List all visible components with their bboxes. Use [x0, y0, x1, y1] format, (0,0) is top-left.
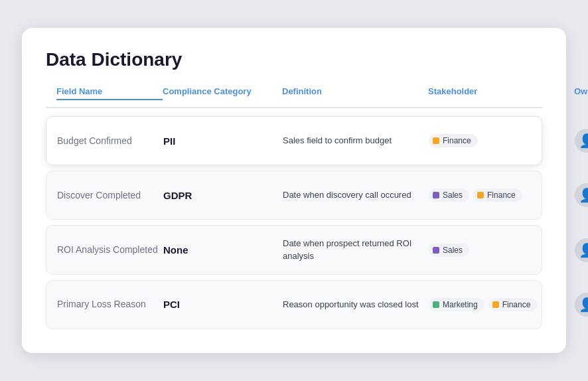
compliance-cell: None	[163, 244, 283, 256]
table-row[interactable]: ROI Analysis CompletedNoneDate when pros…	[46, 225, 542, 274]
col-header-owner[interactable]: Owner	[574, 86, 588, 100]
definition-cell: Reason opportunity was closed lost	[283, 299, 429, 311]
avatar: 👤	[575, 129, 588, 153]
stakeholder-label: Finance	[443, 136, 471, 145]
avatar: 👤	[575, 293, 588, 317]
stakeholder-tag: Finance	[488, 298, 538, 311]
stakeholder-label: Sales	[443, 246, 463, 255]
page-title: Data Dictionary	[46, 49, 542, 70]
table-row[interactable]: Primary Loss ReasonPCIReason opportunity…	[46, 280, 542, 329]
field-name-cell: Primary Loss Reason	[57, 298, 163, 311]
tag-dot	[433, 301, 439, 308]
tag-dot	[477, 192, 484, 198]
definition-cell: Date when discovery call occured	[283, 189, 429, 201]
col-header-compliance[interactable]: Compliance Category	[163, 86, 282, 100]
stakeholder-tag: Marketing	[429, 298, 484, 311]
definition-cell: Date when prospect returned ROI analysis	[283, 238, 429, 262]
user-icon: 👤	[579, 297, 589, 313]
tag-dot	[433, 247, 439, 254]
stakeholder-label: Finance	[502, 300, 531, 309]
avatar: 👤	[575, 238, 588, 262]
field-name-cell: ROI Analysis Completed	[57, 244, 163, 257]
col-header-field-name[interactable]: Field Name	[56, 86, 163, 100]
data-dictionary-card: Data Dictionary Field Name Compliance Ca…	[22, 28, 566, 352]
user-icon: 👤	[579, 242, 589, 258]
stakeholder-cell: Sales	[429, 244, 575, 257]
compliance-cell: GDPR	[163, 190, 283, 201]
tag-dot	[492, 301, 499, 308]
stakeholder-cell: SalesFinance	[429, 189, 575, 202]
table-header: Field Name Compliance Category Definitio…	[46, 86, 542, 108]
compliance-cell: PCI	[163, 299, 283, 310]
stakeholder-tag: Sales	[429, 244, 469, 257]
user-icon: 👤	[579, 187, 589, 203]
col-header-stakeholder[interactable]: Stakeholder	[428, 86, 574, 100]
avatar: 👤	[575, 183, 588, 207]
table-row[interactable]: Discover CompletedGDPRDate when discover…	[46, 171, 542, 220]
stakeholder-label: Finance	[487, 190, 516, 200]
compliance-cell: PII	[163, 135, 283, 147]
col-header-definition[interactable]: Definition	[282, 86, 428, 100]
table-row[interactable]: Budget ConfirmedPIISales field to confir…	[46, 116, 542, 165]
owner-cell: 👤	[575, 183, 588, 207]
owner-cell: 👤	[575, 293, 588, 317]
tag-dot	[433, 137, 439, 144]
stakeholder-cell: Finance	[429, 134, 575, 147]
owner-cell: 👤	[575, 238, 588, 262]
owner-cell: 👤	[575, 129, 588, 153]
stakeholder-tag: Finance	[429, 134, 478, 147]
stakeholder-label: Marketing	[443, 300, 478, 309]
stakeholder-cell: MarketingFinance	[429, 298, 575, 311]
stakeholder-tag: Sales	[429, 189, 469, 202]
stakeholder-tag: Finance	[473, 189, 522, 202]
definition-cell: Sales field to confirm budget	[283, 135, 429, 147]
tag-dot	[433, 192, 439, 198]
user-icon: 👤	[579, 133, 589, 149]
table-body: Budget ConfirmedPIISales field to confir…	[46, 116, 542, 329]
field-name-cell: Discover Completed	[57, 189, 163, 202]
field-name-cell: Budget Confirmed	[57, 135, 163, 148]
stakeholder-label: Sales	[443, 190, 463, 200]
